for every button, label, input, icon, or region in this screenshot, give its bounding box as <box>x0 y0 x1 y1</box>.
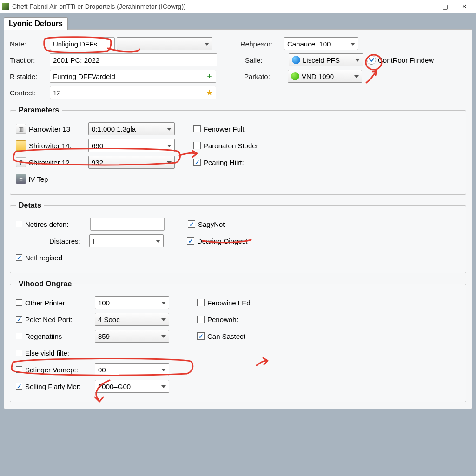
controor-label: ContRoor Fiindew <box>378 56 434 64</box>
polet-dropdown[interactable]: 4 Sooc <box>95 313 169 326</box>
tractior-field[interactable]: 2001 PC: 2022 <box>50 53 217 66</box>
scunger-dropdown[interactable]: 00 <box>95 363 169 376</box>
nate-label: Nate: <box>10 40 50 48</box>
netires-checkbox[interactable] <box>16 221 22 227</box>
penowoh-label: Penowoh: <box>207 316 238 324</box>
cansastect-label: Can Sastect <box>207 332 245 340</box>
param1-label: Parrowiter 13 <box>29 125 88 133</box>
lvtep-label: lV Tep <box>29 175 48 183</box>
contect-star-button[interactable]: ★ <box>203 86 216 99</box>
window-titlebar: Cheft Fabnd Air onTTi er Droportels (Jer… <box>0 0 476 13</box>
vihood-legend: Vihood Ongrae <box>16 280 74 288</box>
minimize-button[interactable]: — <box>416 0 435 13</box>
other-printer-checkbox[interactable] <box>16 299 22 306</box>
doc-icon: ▥ <box>16 124 26 134</box>
distacres-dropdown[interactable]: I <box>89 234 164 247</box>
penowoh-checkbox[interactable] <box>197 316 205 323</box>
scunger-label: Sctinger Vamep:: <box>25 366 95 374</box>
list-icon: ≡ <box>16 174 26 184</box>
selling-dropdown[interactable]: 2000–G00 <box>95 380 169 393</box>
rstalde-label: R stalde: <box>10 73 50 80</box>
salle-value: Lisceld PFS <box>303 56 340 64</box>
nate-field[interactable]: Unliging DFFs <box>50 37 115 50</box>
currency-icon <box>291 72 299 80</box>
rstalde-field[interactable]: Funting DFFVardeld <box>50 70 203 83</box>
else-checkbox[interactable] <box>16 350 22 356</box>
param2-label: Shirowiter 14: <box>29 142 88 150</box>
sagynot-checkbox[interactable]: ✓ <box>188 220 195 228</box>
paronaton-checkbox[interactable] <box>193 142 201 149</box>
dearing-checkbox[interactable]: ✓ <box>187 237 194 245</box>
maximize-button[interactable]: ▢ <box>435 0 455 13</box>
ferowine-checkbox[interactable] <box>197 299 205 306</box>
parkato-value: VND 1090 <box>302 73 334 80</box>
param1-dropdown[interactable]: 0:1.000 1.3gla <box>88 122 175 135</box>
detats-group: Detats Netires defon: ✓ SagyNot Distacre… <box>10 201 466 273</box>
polet-checkbox[interactable]: ✓ <box>16 316 22 323</box>
parkato-dropdown[interactable]: VND 1090 <box>288 70 362 83</box>
tab-lyonic-defours[interactable]: Lyonic Defours <box>4 17 68 30</box>
pearing-checkbox[interactable]: ✓ <box>193 159 201 166</box>
regen-dropdown[interactable]: 359 <box>95 330 169 343</box>
rstalde-add-button[interactable]: + <box>203 70 216 83</box>
rehpesor-label: Rehpesor: <box>240 40 284 48</box>
rehpesor-dropdown[interactable]: Cahauce–100 <box>284 37 358 50</box>
parameters-legend: Parameters <box>16 106 62 114</box>
else-label: Else visld filte: <box>25 349 95 357</box>
regen-checkbox[interactable] <box>16 333 22 339</box>
salle-label: Salle: <box>245 56 289 64</box>
ferowine-label: Ferowine LEd <box>207 299 251 307</box>
other-printer-label: Other Printer: <box>25 299 95 307</box>
netl-checkbox[interactable]: ✓ <box>16 254 22 261</box>
detats-legend: Detats <box>16 201 44 210</box>
param3-dropdown[interactable]: 932 <box>88 156 175 169</box>
main-panel: Nate: Unliging DFFs Rehpesor: Cahauce–10… <box>4 29 472 409</box>
param3-label: Shirowiter 12 <box>29 159 88 166</box>
pearing-label: Pearing Hiirt: <box>204 159 244 166</box>
app-icon <box>2 3 9 10</box>
nate-dropdown[interactable] <box>117 37 212 50</box>
window-title: Cheft Fabnd Air onTTi er Droportels (Jer… <box>12 3 416 10</box>
cansastect-checkbox[interactable]: ✓ <box>197 332 205 340</box>
fenower-label: Fenower Fult <box>204 125 245 133</box>
folder-icon <box>16 140 26 151</box>
polet-label: Polet Ned Port: <box>25 316 95 324</box>
scunger-checkbox[interactable] <box>16 366 22 373</box>
tractior-label: Tractior: <box>10 56 50 64</box>
parameters-group: Parameters ▥ Parrowiter 13 0:1.000 1.3gl… <box>10 106 466 195</box>
close-button[interactable]: ✕ <box>455 0 474 13</box>
parkato-label: Parkato: <box>244 73 288 80</box>
globe-icon <box>292 56 300 64</box>
distacres-label: Distacres: <box>49 237 89 245</box>
param2-dropdown[interactable]: 690 <box>88 139 175 152</box>
contect-label: Contect: <box>10 89 50 97</box>
netl-label: Netl regised <box>25 254 62 262</box>
dearing-label: Dearing Oingest <box>197 237 247 245</box>
sagynot-label: SagyNot <box>198 220 225 228</box>
netires-label: Netires defon: <box>25 220 90 228</box>
contect-field[interactable]: 12 <box>50 86 203 99</box>
regen-label: Regenatiins <box>25 332 95 340</box>
paronaton-label: Paronaton Stoder <box>204 142 258 150</box>
other-printer-dropdown[interactable]: 100 <box>95 296 169 309</box>
vihood-group: Vihood Ongrae Other Printer: 100 Ferowin… <box>10 280 466 402</box>
netires-field[interactable] <box>90 218 165 231</box>
selling-checkbox[interactable]: ✓ <box>16 383 22 390</box>
fenower-checkbox[interactable] <box>193 125 201 132</box>
doc2-icon: 7 <box>16 157 26 167</box>
selling-label: Selling Flarly Mer: <box>25 383 95 390</box>
controor-toggle[interactable] <box>367 55 376 65</box>
salle-dropdown[interactable]: Lisceld PFS <box>289 53 363 66</box>
